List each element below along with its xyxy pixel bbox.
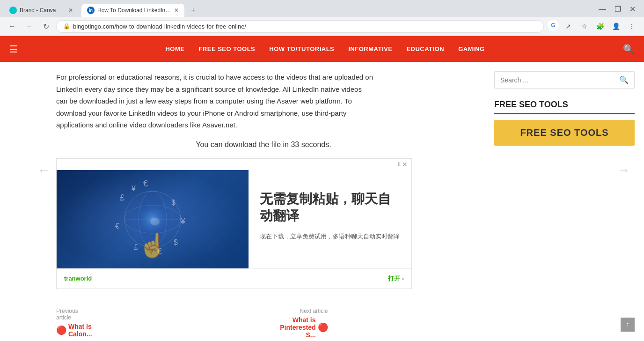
ad-source: tranworld: [64, 275, 92, 282]
sidebar-search-box[interactable]: 🔍: [494, 71, 635, 89]
address-bar[interactable]: 🔒 bingotingo.com/how-to-download-linkedi…: [56, 20, 544, 33]
nav-home[interactable]: HOME: [165, 45, 184, 52]
ad-cta-label: 打开: [388, 274, 400, 283]
new-tab-button[interactable]: +: [187, 4, 199, 16]
ad-cta-arrow: ›: [402, 275, 404, 282]
svg-text:¥: ¥: [131, 185, 136, 193]
ad-info-icon[interactable]: ℹ: [398, 161, 400, 168]
advertisement-block: ℹ ✕: [56, 158, 412, 289]
svg-text:$: $: [174, 238, 178, 246]
next-arrow[interactable]: →: [617, 163, 630, 178]
tab-close-linkedin[interactable]: ✕: [174, 7, 179, 14]
hand-icon: ☝️: [138, 232, 167, 259]
next-article: Next article What is Pinterested S... 🔴: [290, 308, 374, 339]
tab-label-linkedin: How To Download LinkedIn Vide...: [97, 7, 171, 14]
svg-point-14: [150, 218, 160, 225]
reload-button[interactable]: ↻: [39, 20, 52, 33]
scroll-to-top-button[interactable]: ↑: [621, 318, 635, 332]
next-link[interactable]: What is Pinterested S... 🔴: [290, 316, 328, 339]
share-btn[interactable]: ↗: [562, 20, 575, 33]
maximize-button[interactable]: ❐: [612, 4, 624, 15]
svg-text:$: $: [171, 199, 176, 207]
google-btn[interactable]: G: [548, 20, 559, 31]
tab-close-canva[interactable]: ✕: [68, 7, 73, 14]
sidebar-seo-button[interactable]: FREE SEO TOOLS: [494, 120, 635, 146]
prev-next-nav: Previous article 🔴 What Is Calon... Next…: [56, 298, 374, 341]
ad-description: 现在下载，立享免费试用，多语种聊天自动实时翻译: [260, 232, 400, 242]
canva-favicon: [9, 7, 17, 14]
forward-button[interactable]: →: [22, 20, 36, 33]
next-label: Next article: [290, 308, 328, 314]
ad-text-area: 无需复制粘贴，聊天自动翻译 现在下载，立享免费试用，多语种聊天自动实时翻译: [249, 170, 411, 268]
extensions-btn[interactable]: 🧩: [593, 20, 607, 33]
sidebar-widget-title: FREE SEO TOOLS: [494, 100, 635, 114]
previous-article: Previous article 🔴 What Is Calon...: [56, 308, 117, 339]
prev-arrow[interactable]: ←: [37, 163, 51, 178]
ad-close-button[interactable]: ✕: [402, 161, 408, 168]
download-text: You can download the file in 33 seconds.: [56, 141, 471, 149]
sidebar: 🔍 FREE SEO TOOLS FREE SEO TOOLS: [485, 62, 644, 341]
ad-footer: tranworld 打开 ›: [57, 268, 411, 289]
hamburger-icon[interactable]: ☰: [9, 44, 18, 55]
browser-tab-linkedin[interactable]: in How To Download LinkedIn Vide... ✕: [81, 4, 184, 17]
main-nav: HOME FREE SEO TOOLS HOW TO/TUTORIALS INF…: [27, 45, 623, 52]
nav-education[interactable]: EDUCATION: [406, 45, 444, 52]
svg-text:€: €: [143, 179, 148, 188]
content-area: ← For professional or educational reason…: [0, 62, 485, 341]
article-paragraph: For professional or educational reasons,…: [56, 71, 374, 131]
back-button[interactable]: ←: [6, 20, 19, 33]
bookmark-btn[interactable]: ☆: [578, 20, 591, 33]
site-header: ☰ HOME FREE SEO TOOLS HOW TO/TUTORIALS I…: [0, 36, 644, 62]
nav-howto[interactable]: HOW TO/TUTORIALS: [269, 45, 334, 52]
profile-btn[interactable]: 👤: [609, 20, 622, 33]
previous-label: Previous article: [56, 308, 84, 321]
svg-text:¥: ¥: [180, 216, 186, 226]
linkedin-favicon: in: [87, 7, 95, 14]
svg-text:£: £: [134, 243, 138, 251]
ad-image: £ ¥ € $ € ¥ £ € $ ☝️: [57, 170, 249, 268]
ad-headline: 无需复制粘贴，聊天自动翻译: [260, 191, 400, 225]
nav-informative[interactable]: INFORMATIVE: [348, 45, 392, 52]
header-search-icon[interactable]: 🔍: [623, 44, 635, 55]
nav-seo-tools[interactable]: FREE SEO TOOLS: [198, 45, 255, 52]
close-window-button[interactable]: ✕: [627, 4, 638, 15]
sidebar-search-icon[interactable]: 🔍: [619, 75, 629, 84]
minimize-button[interactable]: —: [596, 4, 609, 15]
previous-link[interactable]: 🔴 What Is Calon...: [56, 323, 84, 338]
tab-label-canva: Brand - Canva: [20, 7, 66, 14]
ad-cta-button[interactable]: 打开 ›: [388, 274, 404, 283]
svg-text:£: £: [120, 193, 124, 202]
browser-tab-canva[interactable]: Brand - Canva ✕: [4, 4, 79, 17]
url-display: bingotingo.com/how-to-download-linkedin-…: [73, 23, 537, 30]
svg-text:€: €: [115, 222, 119, 230]
nav-gaming[interactable]: GAMING: [458, 45, 484, 52]
sidebar-search-input[interactable]: [500, 76, 619, 84]
more-btn[interactable]: ⋮: [625, 20, 638, 33]
